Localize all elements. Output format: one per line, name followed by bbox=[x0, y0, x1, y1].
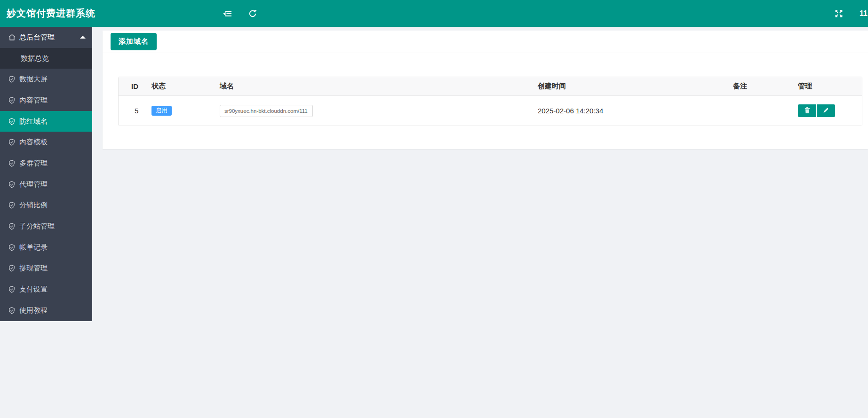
sidebar-item-substation-manage[interactable]: 子分站管理 bbox=[0, 216, 92, 237]
domain-input[interactable] bbox=[220, 105, 313, 117]
fullscreen-icon[interactable] bbox=[829, 0, 849, 27]
sidebar-item-label: 分销比例 bbox=[19, 201, 48, 210]
shield-check-icon bbox=[8, 264, 16, 272]
sidebar-item-data-overview[interactable]: 数据总览 bbox=[0, 48, 92, 69]
app-title: 妙文馆付费进群系统 bbox=[7, 0, 96, 27]
delete-button[interactable] bbox=[798, 104, 816, 117]
card-toolbar: 添加域名 bbox=[103, 31, 868, 53]
status-badge: 启用 bbox=[151, 106, 172, 116]
sidebar-item-bill-records[interactable]: 帐单记录 bbox=[0, 237, 92, 258]
col-header-domain: 域名 bbox=[207, 82, 525, 91]
sidebar-item-multi-group[interactable]: 多群管理 bbox=[0, 153, 92, 174]
shield-check-icon bbox=[8, 138, 16, 146]
shield-check-icon bbox=[8, 159, 16, 167]
cell-actions bbox=[785, 104, 862, 117]
sidebar-item-main-admin[interactable]: 总后台管理 bbox=[0, 27, 92, 48]
col-header-remark: 备注 bbox=[720, 82, 785, 91]
card-body: ID 状态 域名 创建时间 备注 管理 5 启用 2025-02-06 14:2… bbox=[103, 53, 868, 149]
cell-status: 启用 bbox=[139, 106, 207, 116]
add-domain-button[interactable]: 添加域名 bbox=[111, 33, 157, 50]
sidebar-item-data-screen[interactable]: 数据大屏 bbox=[0, 69, 92, 90]
pencil-icon bbox=[823, 107, 829, 115]
shield-check-icon bbox=[8, 118, 16, 126]
sidebar-item-label: 代理管理 bbox=[19, 180, 48, 189]
shield-check-icon bbox=[8, 285, 16, 293]
shield-check-icon bbox=[8, 201, 16, 209]
chevron-up-icon bbox=[80, 36, 86, 39]
sidebar-item-usage-tutorial[interactable]: 使用教程 bbox=[0, 300, 92, 321]
sidebar-item-label: 数据大屏 bbox=[19, 75, 48, 84]
sidebar-item-content-template[interactable]: 内容模板 bbox=[0, 132, 92, 153]
col-header-id: ID bbox=[119, 82, 139, 90]
sidebar-item-distribution-ratio[interactable]: 分销比例 bbox=[0, 195, 92, 216]
sidebar-item-label: 支付设置 bbox=[19, 285, 48, 294]
sidebar-item-label: 防红域名 bbox=[19, 117, 48, 126]
shield-check-icon bbox=[8, 244, 16, 252]
table-header-row: ID 状态 域名 创建时间 备注 管理 bbox=[119, 77, 862, 96]
cell-created: 2025-02-06 14:20:34 bbox=[525, 107, 720, 115]
trash-icon bbox=[804, 107, 811, 115]
sidebar-item-anti-red-domain[interactable]: 防红域名 bbox=[0, 111, 92, 132]
sidebar-item-withdraw-manage[interactable]: 提现管理 bbox=[0, 258, 92, 279]
shield-check-icon bbox=[8, 181, 16, 189]
col-header-created: 创建时间 bbox=[525, 82, 720, 91]
cell-id: 5 bbox=[119, 107, 139, 115]
shield-check-icon bbox=[8, 96, 16, 104]
edit-button[interactable] bbox=[817, 104, 835, 117]
home-icon bbox=[8, 33, 16, 41]
sidebar: 总后台管理 数据总览 数据大屏 内容管理 防红域名 bbox=[0, 27, 92, 321]
sidebar-item-payment-settings[interactable]: 支付设置 bbox=[0, 279, 92, 300]
header-user-text[interactable]: 11 bbox=[860, 0, 868, 27]
sidebar-item-label: 内容管理 bbox=[19, 96, 48, 105]
sidebar-item-content-manage[interactable]: 内容管理 bbox=[0, 90, 92, 111]
shield-check-icon bbox=[8, 307, 16, 315]
domains-table: ID 状态 域名 创建时间 备注 管理 5 启用 2025-02-06 14:2… bbox=[118, 77, 862, 126]
sidebar-item-agent-manage[interactable]: 代理管理 bbox=[0, 174, 92, 195]
content-card: 添加域名 ID 状态 域名 创建时间 备注 管理 5 启用 2025-02-06… bbox=[103, 31, 868, 149]
collapse-menu-icon[interactable] bbox=[217, 0, 237, 27]
table-row: 5 启用 2025-02-06 14:20:34 bbox=[119, 96, 862, 126]
col-header-manage: 管理 bbox=[785, 82, 862, 91]
sidebar-item-label: 子分站管理 bbox=[19, 222, 55, 231]
app-header: 妙文馆付费进群系统 11 bbox=[0, 0, 868, 27]
shield-check-icon bbox=[8, 222, 16, 230]
sidebar-item-label: 内容模板 bbox=[19, 138, 48, 147]
col-header-status: 状态 bbox=[139, 82, 207, 91]
sidebar-item-label: 帐单记录 bbox=[19, 243, 48, 252]
sidebar-item-label: 使用教程 bbox=[19, 306, 48, 315]
shield-check-icon bbox=[8, 75, 16, 83]
refresh-icon[interactable] bbox=[243, 0, 263, 27]
sidebar-item-label: 数据总览 bbox=[21, 54, 49, 63]
cell-domain bbox=[207, 105, 525, 117]
sidebar-item-label: 多群管理 bbox=[19, 159, 48, 168]
sidebar-item-label: 总后台管理 bbox=[19, 33, 55, 42]
sidebar-item-label: 提现管理 bbox=[19, 264, 48, 273]
